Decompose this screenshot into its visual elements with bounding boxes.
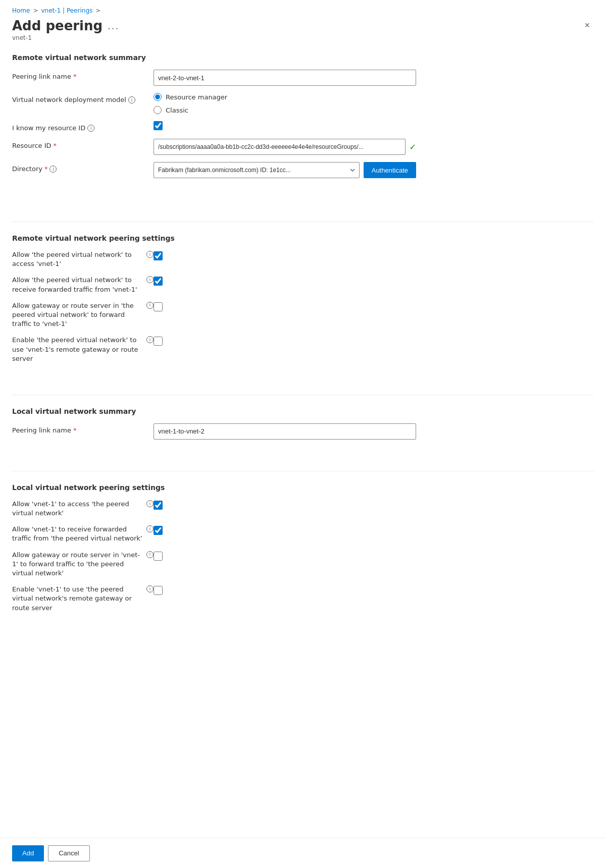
local-setting-1-control	[154, 500, 163, 511]
radio-classic-input[interactable]	[154, 106, 162, 114]
resource-id-input[interactable]	[154, 139, 406, 155]
directory-label: Directory * i	[12, 162, 154, 173]
remote-setting-2-label: Allow 'the peered virtual network' to re…	[12, 276, 154, 294]
deployment-model-label: Virtual network deployment model i	[12, 93, 154, 103]
local-setting-1-checkbox[interactable]	[154, 501, 163, 510]
resource-id-checkbox-info-icon: i	[87, 125, 94, 132]
remote-setting-3-checkbox[interactable]	[154, 302, 163, 311]
resource-id-control: ✓	[154, 139, 594, 155]
remote-setting-1-info-icon: i	[146, 251, 154, 258]
remote-setting-4-info-icon: i	[146, 336, 154, 343]
remote-setting-3-label: Allow gateway or route server in 'the pe…	[12, 301, 154, 329]
local-setting-3-info-icon: i	[146, 551, 154, 558]
local-setting-2-control	[154, 525, 163, 536]
local-peering-settings-title: Local virtual network peering settings	[12, 483, 594, 492]
directory-row: Directory * i Fabrikam (fabrikam.onmicro…	[12, 162, 594, 178]
radio-classic[interactable]: Classic	[154, 106, 594, 114]
directory-required: *	[44, 165, 48, 173]
radio-resource-manager-label: Resource manager	[166, 93, 227, 101]
required-indicator: *	[73, 73, 77, 80]
deployment-model-control: Resource manager Classic	[154, 93, 594, 114]
local-setting-3-control	[154, 551, 163, 562]
local-setting-3-label: Allow gateway or route server in 'vnet-1…	[12, 551, 154, 578]
remote-setting-1-row: Allow 'the peered virtual network' to ac…	[12, 250, 594, 268]
footer: Add Cancel	[0, 838, 606, 868]
main-content: Remote virtual network summary Peering l…	[0, 41, 606, 670]
local-setting-4-row: Enable 'vnet-1' to use 'the peered virtu…	[12, 585, 594, 613]
panel-header: Add peering ... vnet-1 ×	[0, 14, 606, 41]
local-setting-1-label: Allow 'vnet-1' to access 'the peered vir…	[12, 500, 154, 518]
remote-setting-2-info-icon: i	[146, 276, 154, 283]
local-setting-2-label: Allow 'vnet-1' to receive forwarded traf…	[12, 525, 154, 543]
remote-setting-3-info-icon: i	[146, 302, 154, 309]
remote-setting-1-checkbox[interactable]	[154, 251, 163, 260]
header-ellipsis[interactable]: ...	[108, 21, 119, 31]
breadcrumb-peerings[interactable]: vnet-1 | Peerings	[41, 7, 93, 14]
remote-setting-2-checkbox[interactable]	[154, 277, 163, 286]
local-setting-1-row: Allow 'vnet-1' to access 'the peered vir…	[12, 500, 594, 518]
remote-setting-4-control	[154, 336, 163, 347]
remote-setting-2-row: Allow 'the peered virtual network' to re…	[12, 276, 594, 294]
remote-summary-title: Remote virtual network summary	[12, 53, 594, 62]
local-setting-2-checkbox[interactable]	[154, 526, 163, 535]
radio-classic-label: Classic	[166, 106, 188, 114]
local-setting-4-checkbox[interactable]	[154, 586, 163, 595]
resource-id-checkbox-row: I know my resource ID i	[12, 121, 594, 132]
deployment-model-row: Virtual network deployment model i Resou…	[12, 93, 594, 114]
local-setting-4-info-icon: i	[146, 585, 154, 592]
remote-peering-settings-title: Remote virtual network peering settings	[12, 234, 594, 242]
directory-select[interactable]: Fabrikam (fabrikam.onmicrosoft.com) ID: …	[154, 162, 360, 178]
resource-id-checkbox-control	[154, 121, 594, 132]
local-setting-2-info-icon: i	[146, 525, 154, 532]
remote-setting-3-control	[154, 301, 163, 313]
local-peering-link-name-control	[154, 423, 594, 440]
page-title: Add peering ...	[12, 18, 119, 33]
local-peering-link-name-label: Peering link name *	[12, 423, 154, 434]
local-setting-3-row: Allow gateway or route server in 'vnet-1…	[12, 551, 594, 578]
local-peering-link-name-input[interactable]	[154, 423, 416, 440]
radio-resource-manager-input[interactable]	[154, 93, 162, 101]
header-subtitle: vnet-1	[12, 34, 119, 41]
deployment-model-info-icon: i	[128, 96, 135, 103]
authenticate-button[interactable]: Authenticate	[364, 162, 416, 178]
local-setting-3-checkbox[interactable]	[154, 552, 163, 561]
remote-peering-link-name-control	[154, 70, 594, 86]
breadcrumb-chevron-2: >	[95, 7, 100, 14]
breadcrumb-chevron-1: >	[33, 7, 38, 14]
resource-id-label: Resource ID *	[12, 139, 154, 149]
divider-2	[12, 395, 594, 395]
local-setting-4-label: Enable 'vnet-1' to use 'the peered virtu…	[12, 585, 154, 613]
radio-resource-manager[interactable]: Resource manager	[154, 93, 594, 101]
remote-setting-1-label: Allow 'the peered virtual network' to ac…	[12, 250, 154, 268]
directory-info-icon: i	[49, 166, 57, 173]
resource-id-required: *	[54, 142, 57, 149]
resource-id-valid-icon: ✓	[410, 142, 416, 152]
remote-setting-4-row: Enable 'the peered virtual network' to u…	[12, 336, 594, 363]
remote-peering-link-name-label: Peering link name *	[12, 70, 154, 80]
divider-1	[12, 222, 594, 222]
local-peering-link-name-row: Peering link name *	[12, 423, 594, 440]
remote-setting-1-control	[154, 250, 163, 262]
remote-setting-4-label: Enable 'the peered virtual network' to u…	[12, 336, 154, 363]
close-button[interactable]: ×	[580, 18, 594, 33]
divider-3	[12, 471, 594, 471]
remote-peering-link-name-row: Peering link name *	[12, 70, 594, 86]
directory-control: Fabrikam (fabrikam.onmicrosoft.com) ID: …	[154, 162, 594, 178]
resource-id-checkbox-input[interactable]	[154, 121, 163, 130]
breadcrumb: Home > vnet-1 | Peerings >	[0, 0, 606, 14]
local-summary-title: Local virtual network summary	[12, 407, 594, 415]
remote-setting-3-row: Allow gateway or route server in 'the pe…	[12, 301, 594, 329]
remote-peering-link-name-input[interactable]	[154, 70, 416, 86]
breadcrumb-home[interactable]: Home	[12, 7, 30, 14]
cancel-button[interactable]: Cancel	[48, 845, 89, 861]
add-button[interactable]: Add	[12, 845, 44, 861]
remote-setting-4-checkbox[interactable]	[154, 337, 163, 346]
local-required-indicator: *	[73, 426, 77, 434]
local-setting-4-control	[154, 585, 163, 596]
remote-setting-2-control	[154, 276, 163, 287]
local-setting-1-info-icon: i	[146, 500, 154, 507]
resource-id-row: Resource ID * ✓	[12, 139, 594, 155]
local-setting-2-row: Allow 'vnet-1' to receive forwarded traf…	[12, 525, 594, 543]
resource-id-checkbox-label: I know my resource ID i	[12, 121, 154, 132]
